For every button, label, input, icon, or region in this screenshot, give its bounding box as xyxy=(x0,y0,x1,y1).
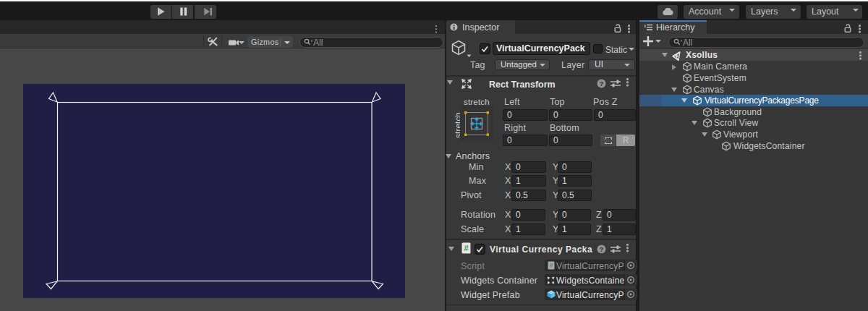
svg-text:?: ? xyxy=(600,246,604,253)
svg-text:#: # xyxy=(464,244,468,252)
svg-text:?: ? xyxy=(600,80,604,88)
svg-text:#: # xyxy=(550,262,553,269)
